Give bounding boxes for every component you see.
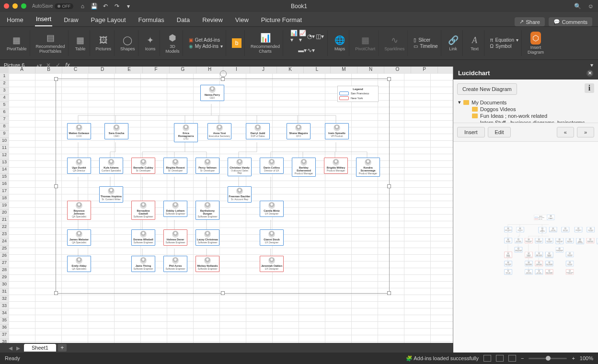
create-new-diagram-button[interactable]: Create New Diagram [457,83,517,95]
tab-review[interactable]: Review [201,13,224,26]
tree-item[interactable]: Fun Ideas ; non-work related [456,113,595,119]
bing-button[interactable]: b [229,30,245,56]
org-node: Beyonce JohnsonQA Specialist [505,252,512,258]
autosave-label: AutoSave [32,3,53,9]
chart-gallery[interactable]: 📊▾📈▾◔▾ ◫▾▬▾∿▾ [286,30,328,56]
icons-button[interactable]: ✦Icons [141,30,160,56]
tab-formulas[interactable]: Formulas [138,13,165,26]
window-close-icon[interactable] [4,3,9,9]
recommended-pivottables-button[interactable]: ▤Recommended PivotTables [33,30,69,56]
close-panel-icon[interactable]: ✕ [586,70,593,77]
equation-button[interactable]: π Equation ▾ [490,37,518,43]
insert-diagram-action-button[interactable]: Insert [457,127,485,137]
sheet-nav-prev-icon[interactable]: ◂ [9,343,12,353]
tab-home[interactable]: Home [6,13,24,26]
pivottable-button[interactable]: ▦PivotTable [4,30,30,56]
pictures-button[interactable]: 🖼Pictures [93,30,115,56]
org-node: Dorena WhebellSoftware Engineer [131,229,155,246]
select-all-corner[interactable] [0,67,9,74]
share-button[interactable]: ↗ Share [515,17,544,26]
account-icon[interactable]: ☺ [587,3,594,10]
recommended-charts-button[interactable]: 📊Recommended Charts [248,30,283,56]
zoom-out-button[interactable]: − [521,355,524,361]
panel-title: Lucidchart [458,69,490,77]
org-node: Holmes DeverSoftware Engineer [535,261,543,266]
link-button[interactable]: 🔗Link [444,30,463,56]
normal-view-icon[interactable] [483,355,491,362]
tree-item[interactable]: Doggos Videos [456,106,595,113]
pivotchart-button[interactable]: ▦PivotChart [352,30,379,56]
tab-picture-format[interactable]: Picture Format [260,13,303,26]
autosave-toggle[interactable]: AutoSave OFF [32,3,73,9]
redo-icon[interactable]: ↷ [114,3,120,10]
worksheet-area[interactable]: ABCDEFGHIJKLMNOP 12345678910111213141516… [0,67,453,353]
table-button[interactable]: ▦Table [71,30,90,56]
org-node: Janis ThringSoftware Engineer [525,269,532,274]
org-chart-image: Legend San Francisco New York Neima Perr… [61,81,383,282]
text-button[interactable]: AText [466,30,484,56]
sheet-tab-bar: ◂ ▸ Sheet1 + [0,343,453,353]
maps-button[interactable]: 🌐Maps [331,30,349,56]
org-node: Kendra ScrammageProduct Manager [356,158,380,177]
tab-data[interactable]: Data [176,13,191,26]
sparklines-button[interactable]: ∿Sparklines [381,30,408,56]
org-node: Barthelomy DurganSoftware Engineer [196,201,219,220]
zoom-slider[interactable] [529,358,567,359]
org-node: Darin CollinsDirector of UX [260,158,284,174]
rotate-handle[interactable] [220,70,227,77]
home-icon[interactable]: ⌂ [79,3,86,10]
zoom-in-button[interactable]: + [572,355,575,361]
org-node: Mickey NollandsSoftware Engineer [196,256,219,272]
page-layout-view-icon[interactable] [496,355,504,362]
org-node: James WebsterQA Specialist [505,261,512,266]
comments-button[interactable]: 💬 Comments [549,17,592,26]
window-zoom-icon[interactable] [21,3,26,9]
qat-dropdown-icon[interactable]: ▾ [125,3,132,10]
tab-page-layout[interactable]: Page Layout [90,13,127,26]
org-node: Barthelomy DurganSoftware Engineer [545,252,553,258]
prev-page-button[interactable]: « [557,127,574,137]
diagram-preview: Legend San Francisco New York Neima Perr… [453,141,598,353]
org-node: Berkley EsherwoodProduct Manager [576,238,584,244]
org-node: Bernelle CubleySr. Developer [131,158,155,174]
tab-view[interactable]: View [234,13,250,26]
row-headers[interactable]: 1234567891011121314151617181920212223242… [0,73,9,353]
sheet-tab[interactable]: Sheet1 [24,344,56,352]
org-node: Gianni StockUX Designer [566,261,574,266]
slicer-button[interactable]: ▯ Slicer [414,37,437,43]
column-headers[interactable]: ABCDEFGHIJKLMNOP [9,67,453,74]
3d-models-button[interactable]: ⬢3D Models [163,30,183,56]
info-button[interactable]: i [585,83,594,93]
tab-draw[interactable]: Draw [63,13,79,26]
org-node: Freeman BauhlerSr. Account Rep [556,247,564,252]
timeline-button[interactable]: ▭ Timeline [414,44,437,49]
slicer-timeline-group: ▯ Slicer ▭ Timeline [411,30,441,56]
org-node: Birgitta RoseniSr. Developer [163,158,187,174]
edit-diagram-button[interactable]: Edit [488,127,511,137]
insert-diagram-button[interactable]: ⬡ Insert Diagram [525,30,547,56]
org-node: Lacey ChristmasSoftware Engineer [196,229,219,246]
tree-item[interactable]: Intern Stuff - business diagrams, brains… [456,119,595,123]
undo-icon[interactable]: ↶ [102,3,109,10]
search-icon[interactable]: 🔍 [574,3,581,10]
get-addins-button[interactable]: ▣Get Add-ins [189,37,223,43]
org-node: Brigida WitheyProduct Manager [586,238,594,243]
page-break-view-icon[interactable] [508,355,516,362]
add-sheet-button[interactable]: + [58,344,67,352]
tree-root[interactable]: ▾My Documents [456,99,595,106]
org-node: Percy VeltmanSr. Developer [196,158,219,174]
shapes-button[interactable]: ◯Shapes [117,30,138,56]
tab-insert[interactable]: Insert [35,12,53,26]
org-node: Kyle AdamsContent Specialist [99,158,123,174]
org-node: Gianni StockUX Designer [260,229,284,246]
document-tree[interactable]: ▾My DocumentsDoggos VideosFun Ideas ; no… [453,99,598,123]
my-addins-button[interactable]: ◉My Add-ins ▾ [189,44,223,49]
org-node: Irwin SpinelloVP Product [325,123,349,139]
symbol-button[interactable]: Ω Symbol [490,44,518,49]
sheet-nav-next-icon[interactable]: ▸ [16,343,20,353]
window-minimize-icon[interactable] [12,3,18,9]
org-node: Bernelle CubleySr. Developer [525,238,532,243]
save-icon[interactable]: 💾 [91,3,97,10]
next-page-button[interactable]: » [577,127,594,137]
org-node: Mickey NollandsSoftware Engineer [545,269,553,274]
